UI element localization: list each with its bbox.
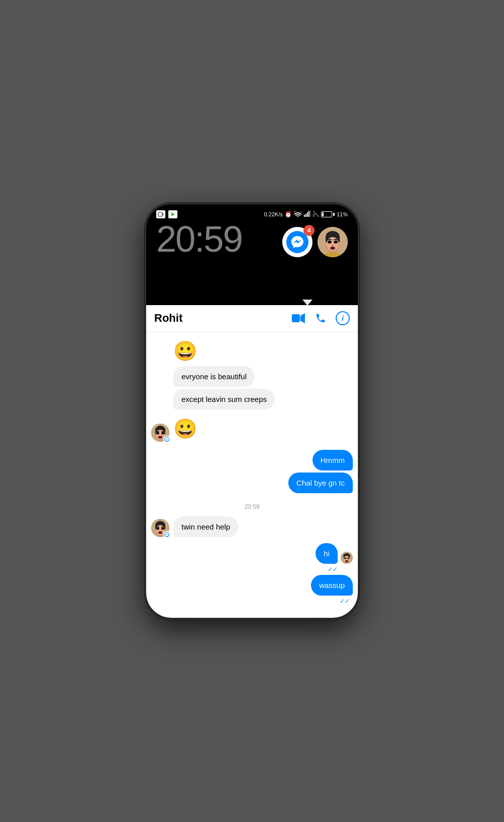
message-row: 😀 [151,338,353,364]
svg-rect-7 [310,211,311,217]
svg-point-19 [335,241,337,243]
message-text: hi [324,549,330,558]
notification-bubbles: 4 [282,227,348,257]
sent-group-wassup: wassup ✓✓ [151,575,353,605]
notification-badge: 4 [303,225,314,236]
svg-rect-8 [313,214,314,217]
sent-avatar [341,552,353,564]
svg-point-18 [329,241,331,243]
message-row: evryone is beautiful [151,366,353,387]
sender-avatar [151,519,169,537]
svg-point-46 [157,528,159,530]
status-bar: 0.22K/s ⏰ [146,204,358,218]
message-bubble: Chal bye gn tc [288,473,353,493]
contact-avatar-bubble[interactable] [318,227,348,257]
message-text: evryone is beautiful [181,372,246,381]
svg-marker-26 [300,313,305,323]
svg-point-38 [158,436,162,439]
svg-rect-1 [162,213,163,215]
messenger-notification[interactable]: 4 [282,227,312,257]
check-row: ✓✓ [328,566,353,573]
message-bubble-wassup: wassup [311,575,353,596]
timestamp-row: 20:59 [151,499,353,514]
message-bubble: Hmmm [312,450,353,471]
message-row: twin need help [151,516,353,537]
status-right: 0.22K/s ⏰ [264,211,348,218]
battery-icon [321,211,335,217]
message-bubble: twin need help [173,516,238,537]
message-row-wassup: wassup [311,575,353,596]
svg-point-35 [162,433,164,434]
clock-display: 20:59 [156,221,242,257]
video-call-button[interactable] [291,311,305,325]
svg-rect-5 [307,212,308,217]
read-check-wassup: ✓✓ [340,598,350,605]
chat-contact-name: Rohit [154,312,182,325]
message-text: Chal bye gn tc [296,479,345,487]
message-bubble: evryone is beautiful [173,366,255,387]
message-text: wassup [319,581,345,590]
message-row: Chal bye gn tc [151,473,353,493]
signal-icon [304,211,311,218]
signal2-icon [313,211,319,218]
svg-rect-3 [304,215,305,217]
screen: 0.22K/s ⏰ [146,204,358,618]
messages-list[interactable]: 😀 evryone is beautiful except leavin sum… [146,332,358,618]
header-actions: i [291,311,350,325]
svg-rect-25 [292,314,300,322]
svg-point-55 [344,557,346,559]
message-bubble: except leavin sum creeps [173,389,275,409]
sent-group: hi [151,543,353,573]
message-row: Hmmm [151,450,353,471]
phone-frame: 0.22K/s ⏰ [146,204,358,618]
info-button[interactable]: i [336,311,350,325]
check-row-wassup: ✓✓ [340,598,353,605]
svg-point-22 [330,247,335,250]
messenger-dot [163,436,170,443]
svg-point-50 [158,532,162,534]
emoji-message: 😀 [173,338,197,364]
message-bubble: hi [316,543,338,564]
svg-point-56 [347,557,349,559]
play-store-icon [168,210,177,218]
svg-rect-4 [305,214,306,217]
timestamp-text: 20:59 [244,503,260,510]
svg-rect-6 [308,211,309,217]
message-row: 😀 [151,416,353,442]
message-row-hi: hi [316,543,353,564]
sender-avatar [151,424,169,442]
svg-point-57 [345,560,348,562]
notification-arrow [302,300,312,306]
message-row: except leavin sum creeps [151,389,353,409]
svg-rect-0 [158,212,162,216]
emoji-message: 😀 [173,416,197,442]
svg-marker-2 [171,212,175,216]
chat-area: Rohit i [146,305,358,618]
status-left [156,210,177,218]
messenger-dot [163,531,170,538]
contact-face-svg [318,227,348,257]
battery-percent: 11% [337,211,348,217]
phone-call-button[interactable] [313,311,328,325]
read-check: ✓✓ [328,566,338,573]
alarm-icon: ⏰ [285,211,292,218]
svg-point-23 [332,245,334,247]
screen-record-icon [156,210,165,218]
network-speed: 0.22K/s [264,211,283,217]
svg-point-34 [157,433,159,434]
chat-header: Rohit i [146,305,358,332]
message-text: twin need help [181,522,230,531]
svg-point-47 [162,528,164,530]
message-text: Hmmm [321,456,345,464]
lock-screen: 0.22K/s ⏰ [146,204,358,305]
message-text: except leavin sum creeps [181,395,267,403]
wifi-icon [294,211,302,218]
